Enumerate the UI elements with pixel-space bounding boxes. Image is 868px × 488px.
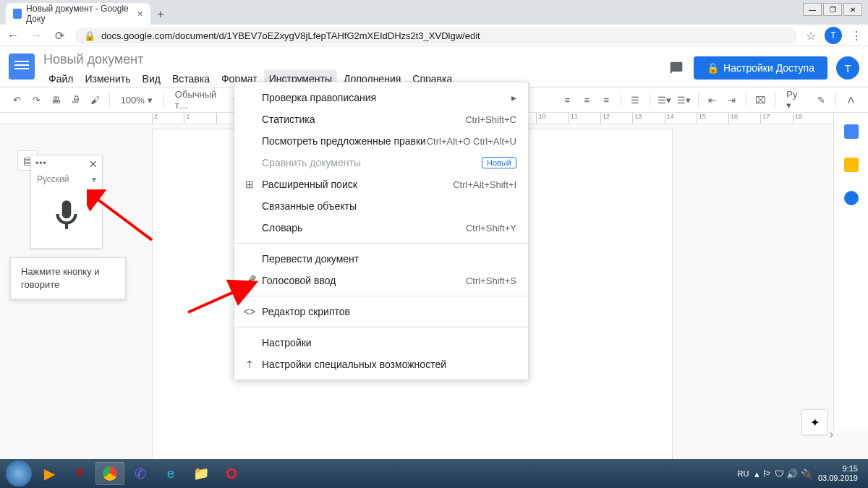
document-title[interactable]: Новый документ xyxy=(43,51,668,69)
forward-button[interactable]: → xyxy=(29,29,43,42)
dropdown-item: Сравнить документыНовый xyxy=(234,152,528,174)
print-button[interactable]: 🖶 xyxy=(48,91,64,108)
windows-taskbar: ▶ Y ✆ e 📁 O RU ▴ 🏳 🛡 🔊 🔌 9:15 03.09.2019 xyxy=(0,459,868,488)
dropdown-item-label: Словарь xyxy=(262,222,302,234)
browser-profile-avatar[interactable]: T xyxy=(825,27,842,44)
voice-language-select[interactable]: Русский▾ xyxy=(31,173,102,186)
share-button[interactable]: 🔒 Настройки Доступа xyxy=(694,56,827,80)
explore-button[interactable]: ✦ xyxy=(801,409,827,435)
edit-mode-button[interactable]: ✎ xyxy=(812,91,830,108)
taskbar-chrome[interactable] xyxy=(95,462,124,485)
align-right-button[interactable]: ≡ xyxy=(598,91,615,108)
taskbar-media-player[interactable]: ▶ xyxy=(35,462,64,485)
indent-increase-button[interactable]: ⇥ xyxy=(723,91,740,108)
url-input[interactable]: 🔒 docs.google.com/document/d/1YBEV7oEZxy… xyxy=(75,27,797,44)
indent-decrease-button[interactable]: ⇤ xyxy=(704,91,720,108)
voice-drag-handle[interactable]: ••• xyxy=(35,158,47,170)
dropdown-item[interactable]: ⊞Расширенный поискCtrl+Alt+Shift+I xyxy=(234,174,528,195)
undo-button[interactable]: ↶ xyxy=(9,91,25,108)
dropdown-item-label: Голосовой ввод xyxy=(262,275,336,286)
back-button[interactable]: ← xyxy=(6,29,20,42)
dropdown-item-icon: ⊞ xyxy=(243,179,256,190)
voice-mic-button[interactable] xyxy=(31,186,102,248)
docs-logo-icon[interactable] xyxy=(9,53,35,80)
keep-addon-icon[interactable] xyxy=(844,158,859,172)
ruler-tick: 15 xyxy=(697,113,728,124)
start-button[interactable] xyxy=(4,462,33,485)
zoom-select[interactable]: 100% ▾ xyxy=(116,93,158,108)
dropdown-item-label: Посмотреть предложенные правки xyxy=(262,135,426,147)
clear-format-button[interactable]: ⌧ xyxy=(752,91,769,108)
dropdown-item[interactable]: Посмотреть предложенные правкиCtrl+Alt+O… xyxy=(234,130,528,152)
browser-menu-icon[interactable]: ⋮ xyxy=(851,29,862,43)
comments-icon[interactable] xyxy=(668,59,685,77)
dropdown-separator xyxy=(234,296,528,296)
dropdown-item-label: Редактор скриптов xyxy=(262,306,350,317)
dropdown-item[interactable]: Перевести документ xyxy=(234,248,528,270)
svg-line-1 xyxy=(94,197,152,240)
spellcheck-button[interactable]: Ꭿ xyxy=(67,91,84,108)
reload-button[interactable]: ⟳ xyxy=(52,29,67,43)
numbered-list-button[interactable]: ☰▾ xyxy=(656,91,673,108)
ruler-tick: 2 xyxy=(152,113,184,124)
taskbar-viber[interactable]: ✆ xyxy=(126,462,155,485)
redo-button[interactable]: ↷ xyxy=(28,91,45,108)
account-avatar[interactable]: T xyxy=(836,56,859,80)
input-mode-select[interactable]: Ру ▾ xyxy=(781,87,809,113)
dropdown-separator xyxy=(234,243,528,244)
dropdown-item-icon: 🎤 xyxy=(243,275,256,286)
menu-file[interactable]: Файл xyxy=(43,70,78,87)
bulleted-list-button[interactable]: ☰▾ xyxy=(676,91,692,108)
tasks-addon-icon[interactable] xyxy=(844,191,859,205)
tray-language[interactable]: RU xyxy=(738,469,749,478)
dropdown-item[interactable]: <>Редактор скриптов xyxy=(234,301,528,322)
calendar-addon-icon[interactable] xyxy=(844,124,859,139)
ruler-tick: 11 xyxy=(569,113,600,124)
ruler-tick: 16 xyxy=(728,113,760,124)
new-tab-button[interactable]: + xyxy=(150,4,171,25)
microphone-icon xyxy=(48,197,85,234)
align-left-button[interactable]: ≡ xyxy=(559,91,576,108)
dropdown-item-label: Перевести документ xyxy=(262,253,359,265)
menu-insert[interactable]: Вставка xyxy=(167,70,215,87)
ruler-tick: 1 xyxy=(184,113,216,124)
menu-edit[interactable]: Изменить xyxy=(80,70,135,87)
minimize-button[interactable]: — xyxy=(803,3,822,16)
paint-format-button[interactable]: 🖌 xyxy=(87,91,103,108)
maximize-button[interactable]: ❐ xyxy=(823,3,842,16)
align-center-button[interactable]: ≡ xyxy=(579,91,595,108)
tab-close-icon[interactable]: × xyxy=(137,8,143,20)
dropdown-item[interactable]: СловарьCtrl+Shift+Y xyxy=(234,217,528,239)
collapse-toolbar-button[interactable]: ᐱ xyxy=(842,91,859,108)
voice-close-icon[interactable]: ✕ xyxy=(89,158,98,170)
bookmark-icon[interactable]: ☆ xyxy=(806,29,816,43)
taskbar-ie[interactable]: e xyxy=(156,462,185,485)
menu-view[interactable]: Вид xyxy=(137,70,166,87)
dropdown-item[interactable]: Настройки xyxy=(234,332,528,354)
dropdown-item-label: Сравнить документы xyxy=(262,157,361,168)
dropdown-item[interactable]: ⇡Настройки специальных возможностей xyxy=(234,354,528,375)
lock-share-icon: 🔒 xyxy=(707,62,719,74)
taskbar-yandex[interactable]: Y xyxy=(65,462,94,485)
line-spacing-button[interactable]: ☰ xyxy=(627,91,644,108)
tray-clock[interactable]: 9:15 03.09.2019 xyxy=(818,464,858,483)
dropdown-item[interactable]: Проверка правописания▸ xyxy=(234,87,528,108)
docs-favicon xyxy=(13,9,22,19)
dropdown-item-icon: ⇡ xyxy=(243,359,256,370)
taskbar-explorer[interactable]: 📁 xyxy=(187,462,216,485)
dropdown-item[interactable]: 🎤Голосовой вводCtrl+Shift+S xyxy=(234,270,528,291)
taskbar-opera[interactable]: O xyxy=(217,462,246,485)
tab-title: Новый документ - Google Доку xyxy=(26,4,133,24)
address-bar: ← → ⟳ 🔒 docs.google.com/document/d/1YBEV… xyxy=(0,25,868,46)
tray-icons[interactable]: ▴ 🏳 🛡 🔊 🔌 xyxy=(754,468,812,479)
dropdown-shortcut: Ctrl+Alt+Shift+I xyxy=(453,179,516,190)
style-select[interactable]: Обычный т… ▾ xyxy=(170,87,243,113)
dropdown-item[interactable]: Связанные объекты xyxy=(234,195,528,217)
window-controls: — ❐ ✕ xyxy=(803,3,862,16)
dropdown-item-label: Настройки специальных возможностей xyxy=(262,359,446,370)
close-window-button[interactable]: ✕ xyxy=(843,3,862,16)
dropdown-item-icon: <> xyxy=(243,306,256,317)
dropdown-item-label: Расширенный поиск xyxy=(262,179,357,190)
browser-tab[interactable]: Новый документ - Google Доку × xyxy=(6,3,150,25)
dropdown-item[interactable]: СтатистикаCtrl+Shift+C xyxy=(234,108,528,130)
